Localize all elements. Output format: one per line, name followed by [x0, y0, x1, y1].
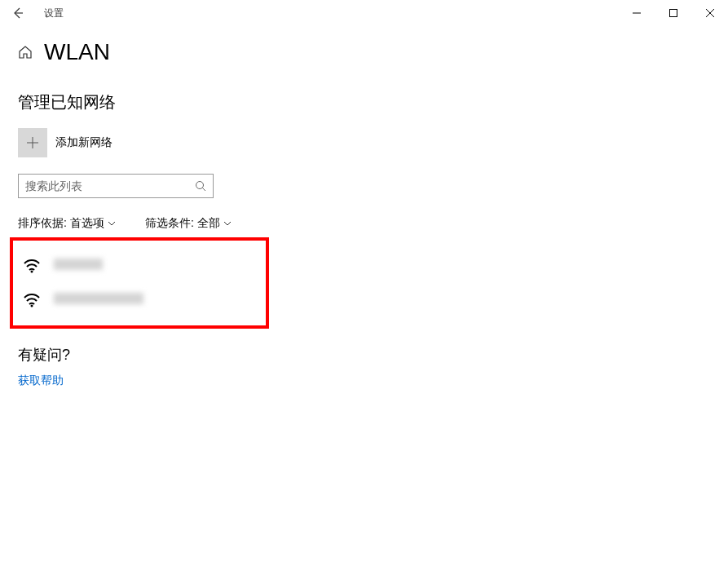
maximize-button[interactable]	[655, 1, 691, 25]
plus-icon	[26, 136, 39, 149]
chevron-down-icon	[223, 219, 232, 228]
sort-label: 排序依据:	[18, 216, 67, 231]
page-title: WLAN	[44, 39, 110, 65]
back-arrow-icon	[11, 7, 24, 20]
wifi-icon	[21, 255, 44, 273]
svg-point-7	[196, 182, 204, 189]
minimize-button[interactable]	[618, 1, 655, 25]
manage-networks-title: 管理已知网络	[18, 91, 710, 113]
sort-filter-row: 排序依据: 首选项 筛选条件: 全部	[18, 216, 710, 231]
wifi-icon	[21, 290, 44, 307]
chevron-down-icon	[108, 219, 116, 228]
content: WLAN 管理已知网络 添加新网络 排序依据: 首选项	[0, 26, 728, 398]
sort-value: 首选项	[70, 216, 104, 231]
get-help-link[interactable]: 获取帮助	[18, 374, 64, 387]
search-icon-box	[195, 180, 206, 192]
titlebar: 设置	[0, 0, 728, 26]
question-title: 有疑问?	[18, 345, 710, 365]
search-icon	[195, 180, 206, 192]
network-name-blurred	[54, 293, 143, 304]
svg-rect-2	[669, 10, 677, 17]
network-item[interactable]	[18, 281, 261, 316]
header-row: WLAN	[18, 39, 710, 65]
add-network-label: 添加新网络	[55, 135, 113, 150]
window-controls	[618, 1, 728, 25]
filter-label: 筛选条件:	[145, 216, 194, 231]
sort-dropdown[interactable]: 排序依据: 首选项	[18, 216, 116, 231]
back-button[interactable]	[7, 2, 29, 24]
search-input[interactable]	[25, 179, 195, 192]
close-icon	[706, 9, 714, 17]
highlighted-networks-box	[10, 237, 269, 329]
network-name-blurred	[54, 259, 103, 270]
add-network-button[interactable]: 添加新网络	[18, 128, 710, 157]
close-button[interactable]	[691, 1, 728, 25]
home-icon[interactable]	[18, 45, 33, 60]
app-title: 设置	[44, 7, 64, 20]
filter-value: 全部	[197, 216, 220, 231]
search-box[interactable]	[18, 174, 214, 198]
svg-point-9	[31, 271, 33, 273]
home-icon-svg	[18, 45, 33, 60]
filter-dropdown[interactable]: 筛选条件: 全部	[145, 216, 232, 231]
minimize-icon	[633, 9, 641, 17]
svg-point-10	[31, 305, 33, 307]
maximize-icon	[669, 9, 677, 17]
svg-line-8	[203, 188, 206, 192]
plus-icon-box	[18, 128, 47, 157]
titlebar-left: 设置	[7, 2, 64, 24]
network-item[interactable]	[18, 247, 261, 281]
